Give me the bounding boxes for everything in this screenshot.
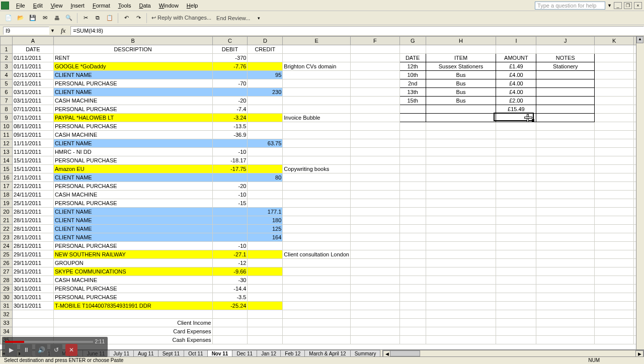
cell[interactable]: 09/11/2011: [12, 131, 53, 139]
cell[interactable]: [399, 336, 426, 344]
cell[interactable]: £1.49: [496, 62, 536, 71]
cell[interactable]: [283, 233, 351, 242]
cell[interactable]: 15/11/2011: [12, 156, 53, 165]
menu-file[interactable]: File: [12, 2, 29, 10]
sheet-tab[interactable]: Dec 11: [232, 350, 257, 357]
cell[interactable]: [350, 71, 399, 79]
row-header[interactable]: 11: [1, 131, 13, 139]
row-header[interactable]: 20: [1, 208, 13, 216]
cell[interactable]: 11/11/2011: [12, 148, 53, 156]
menu-window[interactable]: Window: [155, 2, 183, 10]
cell[interactable]: [536, 88, 595, 97]
cell[interactable]: [283, 216, 351, 225]
fx-icon[interactable]: fx: [56, 27, 70, 35]
cell[interactable]: [496, 250, 536, 259]
cell[interactable]: [248, 327, 283, 336]
cell[interactable]: [595, 182, 634, 191]
sheet-tab[interactable]: Nov 11: [207, 350, 233, 357]
cell[interactable]: [248, 276, 283, 285]
cell[interactable]: [283, 139, 351, 148]
menu-data[interactable]: Data: [135, 2, 154, 10]
scroll-up-icon[interactable]: ▲: [636, 36, 643, 43]
cell[interactable]: [399, 45, 426, 54]
cell[interactable]: [426, 114, 496, 122]
cell[interactable]: [426, 208, 496, 216]
cell[interactable]: Brighton CVs domain: [283, 62, 351, 71]
cell[interactable]: CASH MACHINE: [53, 131, 212, 139]
cell[interactable]: CLIENT NAME: [53, 88, 212, 97]
cell[interactable]: 08/11/2011: [12, 122, 53, 131]
cell[interactable]: [399, 208, 426, 216]
cell[interactable]: [595, 336, 634, 344]
cell[interactable]: -36.9: [212, 131, 248, 139]
cell[interactable]: [595, 71, 634, 79]
cell[interactable]: [595, 310, 634, 319]
mail-icon[interactable]: ✉: [39, 13, 50, 24]
cell[interactable]: [536, 191, 595, 199]
cell[interactable]: [496, 208, 536, 216]
reply-changes-button[interactable]: ↩ Reply with Changes...: [149, 15, 213, 21]
cell[interactable]: [212, 319, 248, 327]
cell[interactable]: £4.00: [496, 71, 536, 79]
row-header[interactable]: 10: [1, 122, 13, 131]
cell[interactable]: [595, 293, 634, 302]
open-icon[interactable]: 📂: [15, 13, 26, 24]
cell[interactable]: [536, 156, 595, 165]
cell[interactable]: [496, 216, 536, 225]
cell[interactable]: [536, 225, 595, 233]
cell[interactable]: [53, 310, 212, 319]
cell[interactable]: Copywriting books: [283, 165, 351, 173]
cell[interactable]: [536, 302, 595, 310]
row-header[interactable]: 14: [1, 156, 13, 165]
column-header[interactable]: D: [248, 37, 283, 45]
sheet-tab[interactable]: Feb 12: [280, 350, 305, 357]
cell[interactable]: [426, 293, 496, 302]
cell[interactable]: NOTES: [536, 54, 595, 62]
cell[interactable]: [283, 182, 351, 191]
cell[interactable]: [350, 199, 399, 208]
cell[interactable]: [536, 208, 595, 216]
row-header[interactable]: 5: [1, 79, 13, 88]
cell[interactable]: [595, 319, 634, 327]
cell[interactable]: [536, 259, 595, 267]
cell[interactable]: [248, 131, 283, 139]
cell[interactable]: [426, 191, 496, 199]
end-review-button[interactable]: End Review...: [214, 15, 252, 21]
cell[interactable]: [536, 199, 595, 208]
cell[interactable]: 30/11/2011: [12, 293, 53, 302]
cell[interactable]: [426, 319, 496, 327]
row-header[interactable]: 6: [1, 88, 13, 97]
column-header[interactable]: E: [283, 37, 351, 45]
cell[interactable]: [12, 319, 53, 327]
cell[interactable]: 01/11/2011: [12, 54, 53, 62]
cell[interactable]: [283, 208, 351, 216]
row-header[interactable]: 32: [1, 310, 13, 319]
row-header[interactable]: 16: [1, 173, 13, 182]
row-header[interactable]: 34: [1, 327, 13, 336]
cell[interactable]: 21/11/2011: [12, 173, 53, 182]
cell[interactable]: 02/11/2011: [12, 71, 53, 79]
cell[interactable]: [283, 97, 351, 105]
cell[interactable]: [248, 285, 283, 293]
row-header[interactable]: 4: [1, 71, 13, 79]
cell[interactable]: PERSONAL PURCHASE: [53, 156, 212, 165]
cell[interactable]: [496, 336, 536, 344]
cell[interactable]: [350, 62, 399, 71]
cell[interactable]: [595, 276, 634, 285]
cell[interactable]: Bus: [426, 97, 496, 105]
cut-icon[interactable]: ✂: [80, 13, 91, 24]
cell[interactable]: [248, 122, 283, 131]
cell[interactable]: [426, 131, 496, 139]
cell[interactable]: Client consultation London: [283, 250, 351, 259]
cell[interactable]: [248, 148, 283, 156]
cell[interactable]: [536, 267, 595, 276]
cell[interactable]: [595, 267, 634, 276]
cell[interactable]: [248, 54, 283, 62]
cell[interactable]: [399, 182, 426, 191]
cell[interactable]: [350, 216, 399, 225]
cell[interactable]: [399, 276, 426, 285]
cell[interactable]: [536, 45, 595, 54]
cell[interactable]: [536, 319, 595, 327]
row-header[interactable]: 13: [1, 148, 13, 156]
cell[interactable]: CASH MACHINE: [53, 97, 212, 105]
